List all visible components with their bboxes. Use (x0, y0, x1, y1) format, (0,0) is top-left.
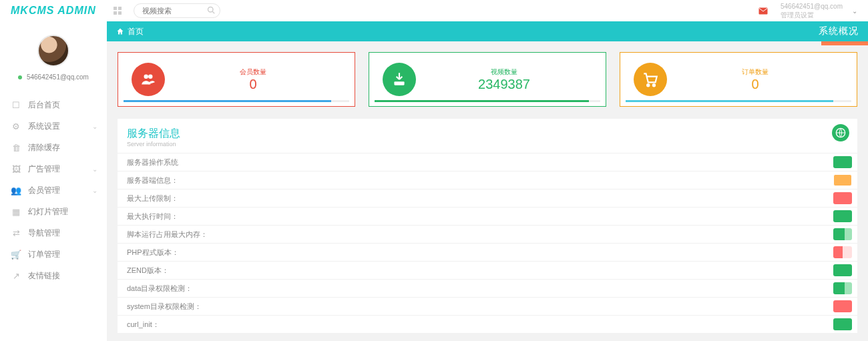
svg-point-6 (647, 84, 649, 86)
sidebar-item-orders[interactable]: 🛒订单管理 (0, 244, 107, 265)
topbar-user-settings: 管理员设置 (781, 11, 843, 19)
status-badge (833, 300, 852, 312)
topbar-user[interactable]: 546642451@qq.com 管理员设置 (781, 2, 843, 19)
sidebar-item-label: 清除缓存 (28, 142, 60, 153)
grid-icon[interactable] (114, 7, 122, 15)
svg-point-0 (208, 7, 214, 13)
avatar[interactable] (37, 35, 69, 67)
globe-icon (832, 124, 849, 141)
panel-subtitle: Server information (127, 141, 848, 147)
sidebar-item-system[interactable]: ⚙系统设置⌄ (0, 115, 107, 137)
svg-point-7 (653, 84, 655, 86)
card-progress (375, 100, 600, 102)
page-title: 系统概况 (819, 25, 859, 37)
status-badge (833, 210, 852, 222)
status-badge (833, 174, 852, 186)
chevron-down-icon: ⌄ (92, 187, 97, 194)
card-value: 0 (667, 77, 843, 91)
trash-icon: 🗑 (11, 143, 21, 153)
card-progress (626, 100, 851, 102)
card-members[interactable]: 会员数量 0 (118, 52, 355, 107)
image-icon: 🖼 (11, 164, 21, 174)
sidebar-item-label: 系统设置 (28, 121, 60, 132)
server-rows: 服务器操作系统 服务器端信息： 最大上传限制： 最大执行时间： 脚本运行占用最大… (118, 153, 857, 333)
svg-point-3 (144, 74, 149, 79)
topbar-user-email: 546642451@qq.com (781, 2, 843, 11)
sidebar-item-label: 会员管理 (28, 185, 60, 196)
sidebar-nav: ☐后台首页 ⚙系统设置⌄ 🗑清除缓存 🖼广告管理⌄ 👥会员管理⌄ ▦幻灯片管理 … (0, 90, 107, 286)
users-icon (132, 63, 165, 96)
server-row: PHP程式版本： (118, 243, 857, 261)
svg-rect-5 (394, 81, 404, 85)
sidebar-item-slides[interactable]: ▦幻灯片管理 (0, 201, 107, 222)
card-value: 0 (165, 77, 341, 91)
breadcrumb-home[interactable]: 首页 (116, 26, 144, 37)
card-label: 会员数量 (165, 67, 341, 77)
server-row: 最大上传限制： (118, 189, 857, 207)
cart-icon (634, 63, 667, 96)
server-row: ZEND版本： (118, 261, 857, 279)
status-badge (833, 156, 852, 168)
server-row: system目录权限检测： (118, 297, 857, 315)
card-orders[interactable]: 订单数量 0 (620, 52, 857, 107)
sidebar-item-members[interactable]: 👥会员管理⌄ (0, 180, 107, 201)
breadcrumb: 首页 系统概况 (107, 21, 868, 41)
sidebar-item-label: 友情链接 (28, 270, 60, 282)
topbar: MKCMS ADMIN 546642451@qq.com 管理员设置 ⌄ (0, 0, 868, 21)
sidebar-profile: 546642451@qq.com (0, 21, 107, 90)
status-badge (833, 192, 852, 204)
card-label: 订单数量 (667, 67, 843, 77)
stat-cards: 会员数量 0 视频数量 2349387 订单数量 0 (118, 52, 857, 107)
search-input-wrap (134, 3, 220, 18)
profile-email: 546642451@qq.com (0, 73, 107, 81)
search-icon[interactable] (207, 6, 215, 14)
card-value: 2349387 (416, 77, 592, 91)
users-icon: 👥 (11, 186, 21, 196)
laptop-icon: ☐ (11, 100, 21, 110)
svg-point-4 (148, 74, 153, 79)
card-videos[interactable]: 视频数量 2349387 (369, 52, 606, 107)
server-row: 最大执行时间： (118, 207, 857, 225)
sidebar-item-cache[interactable]: 🗑清除缓存 (0, 137, 107, 158)
status-badge (833, 282, 852, 294)
sidebar-item-label: 导航管理 (28, 228, 60, 239)
card-label: 视频数量 (416, 67, 592, 77)
server-panel: 服务器信息 Server information 服务器操作系统 服务器端信息：… (118, 119, 857, 333)
main: 会员数量 0 视频数量 2349387 订单数量 0 (107, 41, 868, 341)
download-icon (383, 63, 416, 96)
sidebar: 546642451@qq.com ☐后台首页 ⚙系统设置⌄ 🗑清除缓存 🖼广告管… (0, 21, 107, 341)
server-row: data目录权限检测： (118, 279, 857, 297)
chevron-down-icon[interactable]: ⌄ (852, 7, 857, 15)
sidebar-item-label: 订单管理 (28, 249, 60, 260)
chevron-down-icon: ⌄ (92, 123, 97, 130)
status-badge (833, 318, 852, 330)
sidebar-item-nav[interactable]: ⇄导航管理 (0, 222, 107, 244)
sidebar-item-home[interactable]: ☐后台首页 (0, 94, 107, 115)
sidebar-item-label: 幻灯片管理 (28, 206, 68, 218)
server-row: curl_init： (118, 315, 857, 333)
card-progress (124, 100, 349, 102)
topbar-icons (107, 7, 122, 15)
server-row: 服务器端信息： (118, 171, 857, 189)
status-dot-icon (18, 75, 22, 79)
server-row: 脚本运行占用最大内存： (118, 225, 857, 243)
status-badge (833, 228, 852, 240)
chevron-down-icon: ⌄ (92, 165, 97, 173)
brand-logo: MKCMS ADMIN (0, 5, 107, 17)
sidebar-item-ads[interactable]: 🖼广告管理⌄ (0, 158, 107, 180)
gear-icon: ⚙ (11, 121, 21, 131)
status-badge (833, 246, 852, 258)
panel-header: 服务器信息 Server information (118, 119, 857, 153)
status-badge (833, 264, 852, 276)
panel-title: 服务器信息 (127, 127, 180, 139)
server-row: 服务器操作系统 (118, 153, 857, 171)
svg-line-1 (212, 11, 214, 13)
shuffle-icon: ⇄ (11, 228, 21, 238)
external-link-icon: ↗ (11, 271, 21, 281)
sidebar-item-links[interactable]: ↗友情链接 (0, 265, 107, 286)
sidebar-item-label: 后台首页 (28, 99, 60, 111)
mail-icon[interactable] (755, 3, 771, 19)
sidebar-item-label: 广告管理 (28, 163, 60, 175)
cart-icon: 🛒 (11, 250, 21, 260)
grid-icon: ▦ (11, 207, 21, 217)
